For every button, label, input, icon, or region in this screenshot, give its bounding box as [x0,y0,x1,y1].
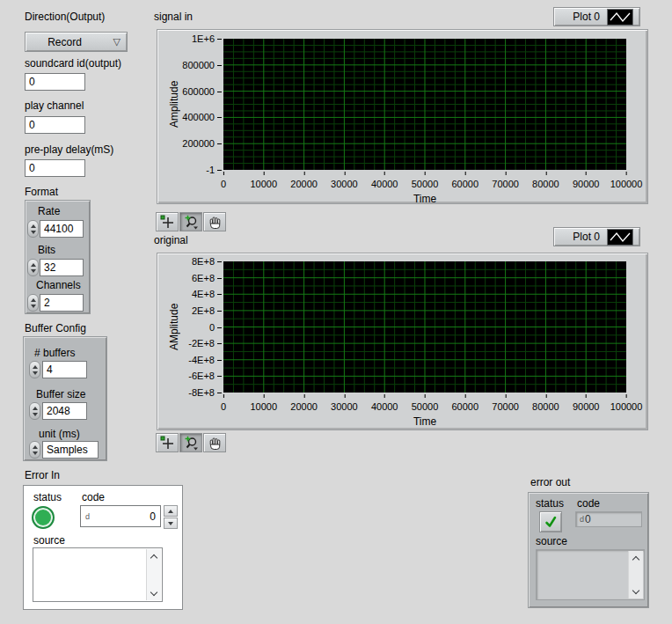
channels-input[interactable] [40,294,84,312]
x-tick-label: 60000 [452,401,479,412]
y-tick-label: 0 [209,322,222,333]
cursor-tool-button[interactable] [156,212,179,231]
y-axis-ticks: 8E+86E+84E+82E+80-2E+8-4E+8-6E+8-8E+8 [157,261,222,393]
status-led-icon[interactable] [32,506,55,529]
zoom-tool-button[interactable] [179,212,202,231]
format-cluster-label: Format [25,186,58,198]
y-tick-label: 8E+8 [192,256,222,267]
scroll-down-icon[interactable] [629,585,643,598]
error-out-code-label: code [577,497,600,510]
num-buffers-increment-decrement[interactable] [29,361,40,378]
channels-label: Channels [36,279,81,291]
soundcard-id-input[interactable] [25,73,85,91]
unit-increment-decrement[interactable] [29,441,40,459]
x-tick-label: 10000 [251,179,278,189]
x-tick-label: 0 [221,179,226,189]
x-tick-label: 70000 [492,179,519,189]
direction-dropdown[interactable]: Record ▽ [25,32,128,52]
channels-increment-decrement[interactable] [27,294,39,312]
status-check-icon [539,511,562,532]
original-title: original [154,234,188,246]
signal-in-title: signal in [154,11,193,23]
error-out-code-indicator: d 0 [575,511,642,527]
x-tick-label: 70000 [492,401,519,412]
dropdown-arrow-icon: ▽ [113,36,121,48]
preplay-delay-input[interactable] [25,159,85,177]
magnifier-icon [184,215,199,230]
error-in-label: Error In [25,469,60,481]
up-arrow-icon [168,510,173,513]
soundcard-id-label: soundcard id(output) [25,57,121,70]
bits-input[interactable] [40,259,84,276]
x-tick-label: 50000 [412,179,439,189]
x-tick-label: 40000 [371,401,398,412]
direction-value: Record [47,36,105,48]
error-in-source-label: source [33,534,65,547]
code-decrement-button[interactable] [164,518,178,529]
x-axis-label: Time [223,193,626,205]
crosshair-icon [160,436,175,451]
rate-label: Rate [38,205,60,217]
pan-tool-button[interactable] [203,433,226,452]
x-tick-label: 80000 [532,401,559,412]
x-tick-label: 20000 [290,179,318,189]
y-tick-label: 4E+8 [192,289,222,299]
buffer-config-label: Buffer Config [25,322,86,334]
x-tick-label: 60000 [452,179,479,189]
scroll-up-icon[interactable] [147,549,161,562]
scrollbar[interactable] [146,549,161,600]
rate-input[interactable] [40,220,84,238]
code-increment-button[interactable] [164,505,178,517]
unit-input[interactable] [42,441,99,459]
error-in-status-label: status [33,491,62,503]
legend-line-icon [607,9,633,26]
plot-area[interactable] [223,261,626,393]
buffer-config-cluster: # buffers Buffer size unit (ms) [23,336,107,461]
graph-palette [156,433,226,452]
y-tick-label: 600000 [182,86,222,97]
plot-area[interactable] [223,39,626,170]
error-out-cluster: status code d 0 source [528,492,649,608]
scroll-up-icon[interactable] [629,551,643,564]
x-tick-label: 100000 [610,401,643,412]
signal-in-graph: Amplitude 1E+6800000600000400000200000-1… [157,29,648,204]
plot-legend[interactable]: Plot 0 [553,227,640,246]
scroll-down-icon[interactable] [147,587,161,600]
play-channel-input[interactable] [25,116,85,134]
bits-label: Bits [38,244,55,256]
num-buffers-input[interactable] [42,361,87,378]
plot-legend[interactable]: Plot 0 [553,7,640,26]
format-cluster: Rate Bits Channels [25,200,91,314]
buffer-size-label: Buffer size [36,388,85,400]
magnifier-icon [184,436,199,451]
error-in-code-input[interactable]: d 0 [80,505,161,527]
buffer-size-input[interactable] [42,402,87,420]
scrollbar[interactable] [628,551,643,598]
x-axis-ticks: 0100002000030000400005000060000700008000… [223,396,626,408]
buffer-size-increment-decrement[interactable] [29,402,40,420]
graph-palette [156,212,226,231]
x-tick-label: 40000 [371,179,398,189]
zoom-tool-button[interactable] [179,433,202,452]
bits-increment-decrement[interactable] [27,259,39,276]
error-out-source-label: source [536,535,567,547]
y-tick-label: -1 [206,165,222,175]
error-in-cluster: status code d 0 source [23,485,183,610]
hand-icon [208,436,223,451]
x-tick-label: 100000 [610,179,643,189]
error-in-code-label: code [82,491,105,503]
unit-label: unit (ms) [39,428,80,440]
error-in-source-input[interactable] [33,547,163,602]
y-tick-label: 2E+8 [192,305,222,316]
error-in-code-value: 0 [150,510,156,523]
rate-increment-decrement[interactable] [27,220,39,238]
plot-legend-label: Plot 0 [573,11,600,23]
x-tick-label: 90000 [573,179,600,189]
error-out-code-value: 0 [585,513,591,525]
y-tick-label: -8E+8 [188,387,222,398]
original-graph: AMplitude 8E+86E+84E+82E+80-2E+8-4E+8-6E… [157,253,648,430]
y-tick-label: 400000 [182,112,222,122]
cursor-tool-button[interactable] [156,433,179,452]
pan-tool-button[interactable] [203,212,226,231]
x-axis-ticks: 0100002000030000400005000060000700008000… [223,173,626,186]
